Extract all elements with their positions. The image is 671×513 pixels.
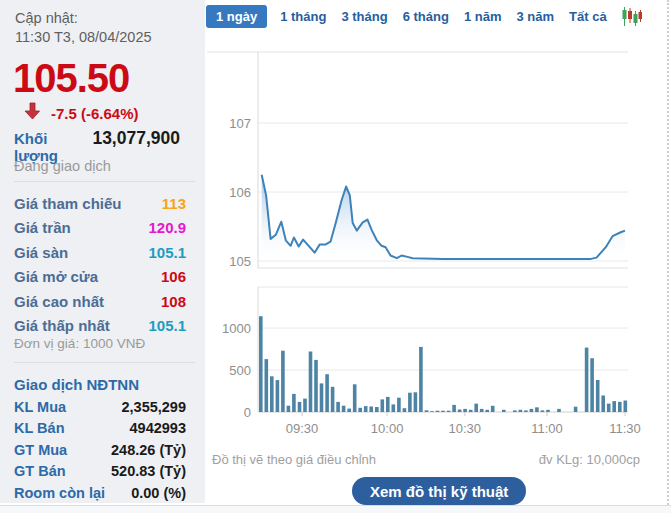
volume-bar — [618, 402, 622, 412]
foreign-row-label: GT Mua — [14, 442, 67, 458]
volume-bar — [303, 399, 307, 412]
x-tick-label: 11:00 — [531, 421, 563, 436]
volume-bar — [590, 358, 594, 412]
volume-bar — [519, 410, 523, 412]
volume-bar — [624, 401, 628, 413]
volume-bar — [276, 380, 280, 412]
volume-bar — [480, 409, 484, 412]
volume-bar — [314, 360, 318, 412]
volume-bar — [342, 406, 346, 412]
volume-bar — [474, 404, 478, 412]
volume-value: 13,077,900 — [92, 128, 180, 149]
volume-bar — [596, 380, 600, 412]
tab-1-nam[interactable]: 1 năm — [462, 5, 504, 28]
volume-bar — [452, 405, 456, 412]
volume-bar — [325, 374, 329, 412]
price-y-tick-label: 106 — [229, 185, 251, 200]
table-row: KL Mua 2,355,299 — [14, 396, 186, 418]
volume-y-tick-label: 500 — [229, 363, 251, 378]
volume-bar — [386, 397, 390, 412]
volume-bar — [403, 408, 407, 412]
volume-bar — [265, 359, 269, 412]
tab-tat-ca[interactable]: Tất cả — [567, 5, 609, 28]
volume-bar — [397, 398, 401, 412]
volume-bar — [425, 410, 429, 412]
volume-bar — [541, 410, 545, 412]
volume-bar — [347, 409, 351, 412]
volume-y-tick-label: 0 — [244, 405, 251, 420]
volume-bar — [298, 402, 302, 412]
price-row-value: 108 — [161, 293, 186, 310]
table-row: Giá thấp nhất 105.1 — [14, 314, 186, 339]
foreign-row-label: KL Bán — [14, 420, 65, 436]
update-time: 11:30 T3, 08/04/2025 — [15, 28, 152, 47]
foreign-row-label: GT Bán — [14, 463, 66, 479]
tab-1-ngay[interactable]: 1 ngày — [206, 5, 267, 28]
volume-bar — [414, 392, 418, 412]
table-row: Giá mở cửa 106 — [14, 265, 186, 290]
volume-bar — [336, 402, 340, 412]
period-tabs: 1 ngày 1 tháng 3 tháng 6 tháng 1 năm 3 n… — [206, 5, 642, 28]
volume-bar — [292, 394, 296, 412]
tab-6-thang[interactable]: 6 tháng — [401, 5, 451, 28]
volume-bar — [287, 406, 291, 412]
volume-bar — [430, 411, 434, 412]
volume-unit-note: đv KLg: 10,000cp — [539, 452, 640, 467]
volume-bar — [612, 401, 616, 412]
volume-bar — [530, 409, 534, 412]
volume-bar — [259, 316, 263, 412]
divider — [14, 362, 195, 363]
table-row: Room còn lại 0.00 (%) — [14, 482, 186, 504]
price-row-label: Giá tham chiếu — [14, 195, 122, 212]
price-row-label: Giá sàn — [14, 244, 68, 261]
price-unit-note: Đơn vị giá: 1000 VNĐ — [14, 336, 145, 351]
price-row-label: Giá cao nhất — [14, 293, 104, 310]
volume-y-tick-label: 1000 — [222, 321, 251, 336]
price-row-label: Giá mở cửa — [14, 268, 98, 285]
table-row: Giá cao nhất 108 — [14, 289, 186, 314]
volume-bar — [502, 410, 506, 412]
table-row: Giá trần 120.9 — [14, 216, 186, 241]
table-row: KL Bán 4942993 — [14, 418, 186, 440]
volume-bar — [458, 410, 462, 413]
volume-bar — [392, 404, 396, 412]
volume-bar — [369, 407, 373, 413]
volume-bar — [381, 399, 385, 412]
volume-bar — [436, 411, 440, 412]
price-row-label: Giá trần — [14, 219, 71, 236]
technical-chart-button[interactable]: Xem đồ thị kỹ thuật — [352, 477, 526, 505]
table-row: GT Bán 520.83 (Tỷ) — [14, 461, 186, 483]
volume-bar — [524, 410, 528, 412]
volume-bar — [364, 406, 368, 412]
foreign-row-label: KL Mua — [14, 399, 66, 415]
volume-bar — [331, 387, 335, 412]
volume-bar — [358, 408, 362, 412]
price-row-value: 113 — [162, 195, 186, 212]
volume-bar — [320, 383, 324, 412]
tab-3-thang[interactable]: 3 tháng — [339, 5, 389, 28]
price-row-value: 105.1 — [148, 317, 186, 334]
update-label: Cập nhật: — [15, 9, 152, 28]
tab-1-thang[interactable]: 1 tháng — [278, 5, 328, 28]
update-info: Cập nhật: 11:30 T3, 08/04/2025 — [15, 9, 152, 47]
price-change-row: -7.5 (-6.64%) — [24, 102, 139, 124]
volume-bar — [447, 411, 451, 412]
price-row-value: 120.9 — [148, 219, 186, 236]
foreign-row-label: Room còn lại — [14, 485, 105, 501]
table-row: GT Mua 248.26 (Tỷ) — [14, 439, 186, 461]
x-tick-label: 11:30 — [609, 421, 641, 436]
volume-bar — [601, 396, 605, 413]
intraday-price-volume-chart[interactable]: 1051061070500100009:3010:0010:3011:0011:… — [205, 40, 671, 440]
divider — [14, 181, 195, 182]
foreign-trading-table: KL Mua 2,355,299 KL Bán 4942993 GT Mua 2… — [14, 396, 186, 504]
volume-bar — [535, 407, 539, 412]
dashed-right-border — [667, 0, 669, 505]
tab-3-nam[interactable]: 3 năm — [514, 5, 556, 28]
price-row-label: Giá thấp nhất — [14, 317, 110, 334]
volume-bar — [513, 410, 517, 412]
candlestick-chart-icon[interactable] — [622, 7, 642, 26]
foreign-trading-title: Giao dịch NĐTNN — [14, 376, 139, 393]
foreign-row-value: 248.26 (Tỷ) — [111, 442, 186, 458]
price-row-value: 105.1 — [148, 244, 186, 261]
trading-status: Đang giao dịch — [14, 158, 111, 174]
